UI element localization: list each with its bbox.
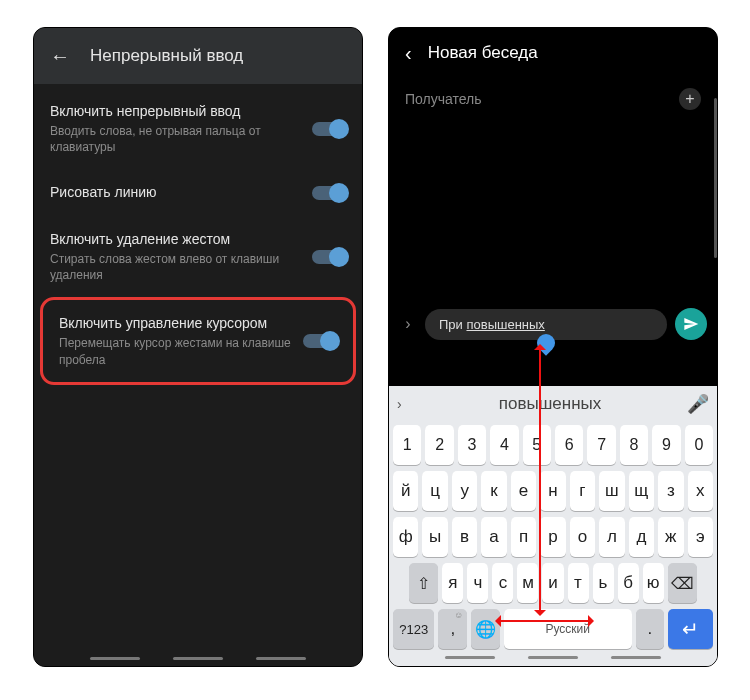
annotation-arrow-horizontal [497,620,592,622]
suggestion-word[interactable]: повышенных [419,394,681,414]
compose-underlined: повышенных [466,317,544,332]
enter-key[interactable]: ↵ [668,609,713,649]
key-9[interactable]: 9 [652,425,680,465]
key-ь[interactable]: ь [593,563,614,603]
key-я[interactable]: я [442,563,463,603]
key-row-bottom: ?123 ,☺ 🌐 Русский . ↵ [393,609,713,649]
android-navbar [389,649,717,666]
recipient-placeholder: Получатель [405,91,482,107]
key-б[interactable]: б [618,563,639,603]
key-л[interactable]: л [599,517,624,557]
key-н[interactable]: н [540,471,565,511]
highlight-box: Включить управление курсором Перемещать … [40,297,356,384]
toggle-switch[interactable] [312,122,346,136]
settings-header: ← Непрерывный ввод [34,28,362,84]
recipient-row[interactable]: Получатель + [389,78,717,120]
symbols-key[interactable]: ?123 [393,609,434,649]
nav-recent[interactable] [611,656,661,659]
expand-chevron-icon[interactable]: › [399,315,417,333]
key-т[interactable]: т [568,563,589,603]
nav-back[interactable] [90,657,140,660]
setting-title: Включить непрерывный ввод [50,102,302,121]
setting-title: Включить управление курсором [59,314,293,333]
compose-bar: › При повышенных [389,302,717,350]
key-ш[interactable]: ш [599,471,624,511]
back-arrow-icon[interactable]: ← [50,45,70,68]
setting-title: Рисовать линию [50,183,302,202]
settings-phone: ← Непрерывный ввод Включить непрерывный … [33,27,363,667]
android-navbar [34,657,362,660]
mic-icon[interactable]: 🎤 [687,393,709,415]
keyboard: › повышенных 🎤 1234567890 йцукенгшщзх фы… [389,386,717,666]
key-row-1: йцукенгшщзх [393,471,713,511]
key-2[interactable]: 2 [425,425,453,465]
suggestion-bar: › повышенных 🎤 [389,386,717,421]
spacebar-key[interactable]: Русский [504,609,632,649]
key-ф[interactable]: ф [393,517,418,557]
toggle-switch[interactable] [312,186,346,200]
chat-phone: ‹ Новая беседа Получатель + › При повыше… [388,27,718,667]
key-щ[interactable]: щ [629,471,654,511]
key-7[interactable]: 7 [587,425,615,465]
key-ю[interactable]: ю [643,563,664,603]
key-в[interactable]: в [452,517,477,557]
chat-title: Новая беседа [428,43,538,63]
setting-gesture-delete[interactable]: Включить удаление жестом Стирать слова ж… [34,216,362,297]
setting-subtitle: Вводить слова, не отрывая пальца от клав… [50,123,302,155]
key-д[interactable]: д [629,517,654,557]
nav-recent[interactable] [256,657,306,660]
key-а[interactable]: а [481,517,506,557]
key-1[interactable]: 1 [393,425,421,465]
key-р[interactable]: р [540,517,565,557]
key-к[interactable]: к [481,471,506,511]
key-6[interactable]: 6 [555,425,583,465]
key-3[interactable]: 3 [458,425,486,465]
key-row-numbers: 1234567890 [393,425,713,465]
key-ж[interactable]: ж [658,517,683,557]
backspace-key[interactable]: ⌫ [668,563,697,603]
shift-key[interactable]: ⇧ [409,563,438,603]
nav-back[interactable] [445,656,495,659]
key-з[interactable]: з [658,471,683,511]
send-button[interactable] [675,308,707,340]
key-0[interactable]: 0 [685,425,713,465]
key-м[interactable]: м [517,563,538,603]
setting-draw-line[interactable]: Рисовать линию [34,169,362,216]
setting-glide-typing[interactable]: Включить непрерывный ввод Вводить слова,… [34,88,362,169]
key-с[interactable]: с [492,563,513,603]
comma-key[interactable]: ,☺ [438,609,467,649]
nav-home[interactable] [528,656,578,659]
toggle-switch[interactable] [312,250,346,264]
settings-body: Включить непрерывный ввод Вводить слова,… [34,84,362,666]
settings-title: Непрерывный ввод [90,46,243,66]
key-г[interactable]: г [570,471,595,511]
key-4[interactable]: 4 [490,425,518,465]
key-ы[interactable]: ы [422,517,447,557]
key-х[interactable]: х [688,471,713,511]
key-ц[interactable]: ц [422,471,447,511]
keyboard-rows: 1234567890 йцукенгшщзх фывапролджэ ⇧ ячс… [389,421,717,649]
setting-cursor-control[interactable]: Включить управление курсором Перемещать … [43,300,353,381]
key-п[interactable]: п [511,517,536,557]
annotation-arrow-vertical [539,346,541,614]
key-и[interactable]: и [542,563,563,603]
nav-home[interactable] [173,657,223,660]
setting-title: Включить удаление жестом [50,230,302,249]
key-е[interactable]: е [511,471,536,511]
key-э[interactable]: э [688,517,713,557]
key-у[interactable]: у [452,471,477,511]
key-о[interactable]: о [570,517,595,557]
suggestion-chevron-icon[interactable]: › [397,396,413,412]
chat-header: ‹ Новая беседа [389,28,717,78]
back-chevron-icon[interactable]: ‹ [405,42,412,65]
add-recipient-icon[interactable]: + [679,88,701,110]
key-ч[interactable]: ч [467,563,488,603]
toggle-switch[interactable] [303,334,337,348]
key-й[interactable]: й [393,471,418,511]
setting-subtitle: Стирать слова жестом влево от клавиши уд… [50,251,302,283]
setting-subtitle: Перемещать курсор жестами на клавише про… [59,335,293,367]
period-key[interactable]: . [636,609,665,649]
compose-prefix: При [439,317,466,332]
key-8[interactable]: 8 [620,425,648,465]
key-5[interactable]: 5 [523,425,551,465]
